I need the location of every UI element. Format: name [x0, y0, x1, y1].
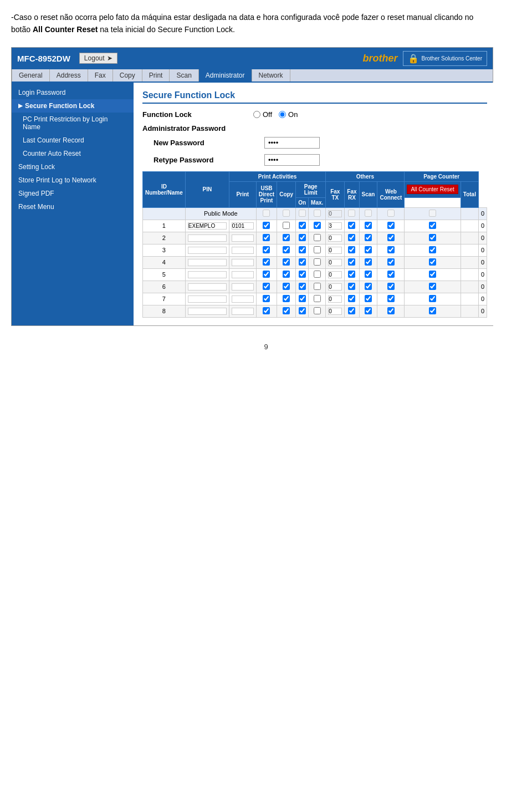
table-cell[interactable]: [359, 220, 377, 232]
table-checkbox[interactable]: [429, 295, 436, 302]
table-checkbox[interactable]: [263, 258, 270, 266]
row-pl-on[interactable]: [309, 220, 326, 232]
table-checkbox[interactable]: [387, 234, 395, 241]
tab-network[interactable]: Network: [252, 69, 290, 81]
row-pin[interactable]: [229, 281, 256, 293]
th-all-counter-reset[interactable]: All Counter Reset: [405, 181, 461, 197]
row-pl-on[interactable]: [309, 256, 326, 268]
table-checkbox[interactable]: [365, 295, 372, 302]
pl-max-input[interactable]: [328, 283, 342, 291]
tab-address[interactable]: Address: [50, 69, 88, 81]
table-checkbox[interactable]: [429, 246, 436, 253]
row-name[interactable]: [185, 220, 229, 232]
row-name-input[interactable]: [188, 283, 227, 291]
table-checkbox[interactable]: [283, 295, 290, 302]
table-checkbox[interactable]: [365, 307, 372, 314]
pl-on-checkbox[interactable]: [314, 210, 321, 217]
row-pin[interactable]: [229, 256, 256, 268]
all-counter-reset-button[interactable]: All Counter Reset: [407, 185, 458, 194]
tab-fax[interactable]: Fax: [88, 69, 113, 81]
tab-print[interactable]: Print: [142, 69, 170, 81]
table-cell[interactable]: [359, 268, 377, 281]
table-cell[interactable]: [296, 207, 309, 220]
row-pl-max[interactable]: [326, 220, 345, 232]
row-name-input[interactable]: [188, 308, 227, 315]
sidebar-item-counter-auto-reset[interactable]: Counter Auto Reset: [12, 147, 134, 160]
function-lock-off-radio[interactable]: [253, 111, 260, 118]
table-checkbox[interactable]: [283, 222, 290, 229]
table-checkbox[interactable]: [348, 271, 355, 278]
row-pin-input[interactable]: [232, 247, 254, 254]
table-checkbox[interactable]: [283, 234, 290, 241]
row-pl-on[interactable]: [309, 232, 326, 244]
table-cell[interactable]: [256, 305, 277, 317]
table-checkbox[interactable]: [348, 307, 355, 314]
table-cell[interactable]: [345, 244, 359, 256]
table-checkbox[interactable]: [387, 246, 395, 253]
table-checkbox[interactable]: [263, 210, 270, 217]
table-cell[interactable]: [277, 220, 296, 232]
row-pl-on[interactable]: [309, 293, 326, 305]
row-name-input[interactable]: [188, 295, 227, 303]
table-checkbox[interactable]: [348, 246, 355, 253]
table-checkbox[interactable]: [387, 222, 395, 229]
row-pl-max[interactable]: [326, 232, 345, 244]
table-checkbox[interactable]: [299, 246, 306, 253]
table-cell[interactable]: [377, 293, 405, 305]
table-checkbox[interactable]: [283, 246, 290, 253]
pl-on-checkbox[interactable]: [314, 234, 321, 241]
tab-general[interactable]: General: [12, 69, 50, 81]
table-cell[interactable]: [359, 207, 377, 220]
table-cell[interactable]: [377, 244, 405, 256]
pl-max-input[interactable]: [328, 295, 342, 303]
pl-on-checkbox[interactable]: [314, 307, 321, 314]
table-checkbox[interactable]: [299, 283, 306, 290]
sidebar-item-signed-pdf[interactable]: Signed PDF: [12, 187, 134, 200]
table-checkbox[interactable]: [387, 271, 395, 278]
table-checkbox[interactable]: [283, 271, 290, 278]
row-pin[interactable]: [229, 293, 256, 305]
table-cell[interactable]: [345, 305, 359, 317]
table-cell[interactable]: [256, 293, 277, 305]
table-checkbox[interactable]: [429, 222, 436, 229]
table-checkbox[interactable]: [299, 222, 306, 229]
table-cell[interactable]: [256, 244, 277, 256]
table-checkbox[interactable]: [348, 283, 355, 290]
table-checkbox[interactable]: [387, 258, 395, 266]
table-checkbox[interactable]: [299, 307, 306, 314]
table-checkbox[interactable]: [348, 210, 355, 217]
row-name-input[interactable]: [188, 222, 227, 230]
row-name-input[interactable]: [188, 271, 227, 278]
pl-on-checkbox[interactable]: [314, 246, 321, 253]
table-cell[interactable]: [345, 232, 359, 244]
table-checkbox[interactable]: [348, 258, 355, 266]
row-name[interactable]: [185, 281, 229, 293]
row-name[interactable]: [185, 256, 229, 268]
table-cell[interactable]: [256, 207, 277, 220]
tab-scan[interactable]: Scan: [170, 69, 198, 81]
table-cell[interactable]: [359, 293, 377, 305]
pl-on-checkbox[interactable]: [314, 222, 321, 229]
row-name[interactable]: [185, 232, 229, 244]
row-pl-max[interactable]: [326, 207, 345, 220]
row-pl-max[interactable]: [326, 305, 345, 317]
table-checkbox[interactable]: [299, 210, 306, 217]
table-checkbox[interactable]: [429, 307, 436, 314]
logout-button[interactable]: Logout ➤: [79, 53, 117, 64]
table-checkbox[interactable]: [365, 222, 372, 229]
table-cell[interactable]: [296, 281, 309, 293]
solutions-center-button[interactable]: 🔒 Brother Solutions Center: [403, 51, 487, 66]
new-password-input[interactable]: [264, 137, 320, 149]
table-checkbox[interactable]: [283, 283, 290, 290]
sidebar-item-secure-function-lock[interactable]: Secure Function Lock: [12, 99, 134, 113]
table-cell[interactable]: [277, 268, 296, 281]
table-cell[interactable]: [277, 244, 296, 256]
row-pl-max[interactable]: [326, 268, 345, 281]
row-pl-max[interactable]: [326, 293, 345, 305]
pl-on-checkbox[interactable]: [314, 295, 321, 302]
row-pin-input[interactable]: [232, 308, 254, 315]
row-pin[interactable]: [229, 305, 256, 317]
row-pin[interactable]: [229, 244, 256, 256]
tab-copy[interactable]: Copy: [113, 69, 142, 81]
table-cell[interactable]: [296, 305, 309, 317]
